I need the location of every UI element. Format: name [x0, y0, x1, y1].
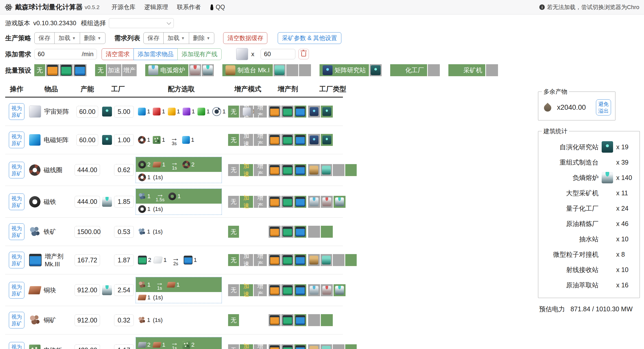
proliferator-preset-option-0[interactable]: 无: [34, 64, 45, 76]
avoid-overflow-button[interactable]: 避免 溢出: [596, 99, 611, 115]
mode-button-0[interactable]: 无: [228, 284, 239, 296]
proliferator-button-0[interactable]: [269, 164, 281, 176]
mode-button-2[interactable]: 增产: [254, 134, 267, 146]
remove-demand-button[interactable]: [298, 49, 309, 59]
factory-count-value[interactable]: 1.00: [114, 134, 134, 146]
mode-button-0[interactable]: 无: [228, 314, 239, 326]
factory-type-button-1[interactable]: [321, 284, 333, 296]
demand-delete-button[interactable]: 删除▼: [189, 32, 215, 44]
proliferator-button-0[interactable]: [269, 284, 281, 296]
smelter-preset-option-0[interactable]: 电弧熔炉: [145, 64, 188, 76]
proliferator-button-0[interactable]: [269, 314, 281, 326]
factory-type-button-0[interactable]: [308, 284, 320, 296]
factory-count-value[interactable]: 2.54: [114, 284, 134, 296]
factory-type-button-0[interactable]: [308, 226, 320, 238]
mode-button-2[interactable]: 增产: [254, 344, 267, 349]
miner-preset-option-1[interactable]: [486, 64, 498, 76]
proliferator-preset-option-3[interactable]: [74, 64, 87, 76]
factory-type-button-1[interactable]: [321, 196, 333, 208]
assembler-preset-option-1[interactable]: [274, 64, 286, 76]
recipe-option[interactable]: 1(1s): [136, 172, 222, 183]
mode-button-1[interactable]: 加速: [240, 344, 253, 349]
factory-type-button-0[interactable]: [308, 254, 320, 266]
mode-button-0[interactable]: 无: [228, 254, 239, 266]
output-rate-value[interactable]: 167.72: [75, 254, 100, 266]
mode-button-1[interactable]: 加速: [240, 164, 253, 176]
chemical-preset-option-1[interactable]: [428, 64, 440, 76]
mode-button-1[interactable]: 加速: [240, 254, 253, 266]
output-rate-value[interactable]: 60.00: [76, 134, 98, 146]
factory-type-button-2[interactable]: [333, 344, 344, 349]
mode-button-0[interactable]: 无: [228, 164, 239, 176]
factory-count-value[interactable]: 5.00: [114, 106, 134, 118]
assembler-preset-option-0[interactable]: 制造台 Mk.I: [222, 64, 273, 76]
proliferator-button-2[interactable]: [294, 314, 306, 326]
miner-preset-option-0[interactable]: 采矿机: [448, 64, 485, 76]
mode-button-2[interactable]: 增产: [254, 164, 267, 176]
output-rate-value[interactable]: 912.00: [75, 314, 100, 326]
mode-button-2[interactable]: 增产: [254, 196, 267, 208]
recipe-option[interactable]: 1→1.5s1: [136, 189, 222, 204]
add-existing-line-button[interactable]: 添加现有产线: [177, 48, 222, 60]
smelter-preset-option-2[interactable]: [202, 64, 214, 76]
mode-button-0[interactable]: 无: [228, 106, 239, 118]
mode-button-2[interactable]: 增产: [254, 284, 267, 296]
view-as-ore-button[interactable]: 视为原矿: [9, 282, 24, 299]
factory-type-button-3[interactable]: [345, 254, 357, 266]
mode-preset-option-2[interactable]: 增产: [122, 64, 137, 76]
factory-type-button-1[interactable]: [321, 314, 333, 326]
proliferator-preset-option-1[interactable]: [46, 64, 59, 76]
factory-count-value[interactable]: 0.62: [114, 164, 134, 176]
proliferator-button-1[interactable]: [281, 284, 293, 296]
factory-type-button-2[interactable]: [333, 164, 344, 176]
mining-settings-button[interactable]: 采矿参数 & 其他设置: [278, 32, 341, 44]
factory-type-button-1[interactable]: [321, 344, 332, 349]
nav-link-qq[interactable]: QQ: [210, 3, 225, 11]
factory-count-value[interactable]: 1.85: [114, 196, 134, 208]
mode-preset-option-1[interactable]: 加速: [107, 64, 121, 76]
view-as-ore-button[interactable]: 视为原矿: [9, 252, 24, 268]
factory-count-value[interactable]: 1.17: [114, 344, 134, 349]
lab-preset-option-0[interactable]: 矩阵研究站: [320, 64, 369, 76]
factory-type-button-0[interactable]: [308, 134, 320, 146]
demand-save-button[interactable]: 保存: [143, 32, 164, 44]
proliferator-button-0[interactable]: [269, 226, 281, 238]
output-rate-value[interactable]: 912.00: [75, 284, 100, 296]
proliferator-button-2[interactable]: [294, 196, 306, 208]
proliferator-button-0[interactable]: [269, 196, 281, 208]
output-rate-value[interactable]: 420.00: [75, 344, 100, 349]
demand-rate-input[interactable]: 60 /min: [34, 49, 97, 59]
mode-button-1[interactable]: 加速: [240, 196, 253, 208]
factory-type-button-1[interactable]: [321, 226, 333, 238]
mode-button-0[interactable]: 无: [228, 344, 239, 349]
factory-count-value[interactable]: 0.32: [114, 314, 134, 326]
proliferator-button-1[interactable]: [281, 196, 293, 208]
view-as-ore-button[interactable]: 视为原矿: [9, 193, 24, 210]
mode-button-2[interactable]: 增产: [254, 106, 267, 118]
view-as-ore-button[interactable]: 视为原矿: [9, 132, 24, 148]
view-as-ore-button[interactable]: 视为原矿: [9, 312, 24, 328]
mode-button-1[interactable]: 加速: [240, 134, 253, 146]
factory-type-button-0[interactable]: [308, 314, 320, 326]
view-as-ore-button[interactable]: 视为原矿: [9, 342, 24, 349]
factory-count-value[interactable]: 1.87: [114, 254, 134, 266]
proliferator-preset-option-2[interactable]: [60, 64, 73, 76]
mode-preset-option-0[interactable]: 无: [95, 64, 106, 76]
factory-type-button-3[interactable]: [345, 344, 357, 349]
nav-link-logic[interactable]: 逻辑原理: [144, 3, 168, 11]
proliferator-button-1[interactable]: [281, 314, 293, 326]
proliferator-button-2[interactable]: [294, 344, 306, 349]
nav-link-contact[interactable]: 联系作者: [177, 3, 201, 11]
proliferator-button-0[interactable]: [269, 134, 281, 146]
proliferator-button-0[interactable]: [269, 254, 281, 266]
strategy-save-button[interactable]: 保存: [34, 32, 55, 44]
view-as-ore-button[interactable]: 视为原矿: [9, 103, 24, 120]
mode-button-0[interactable]: 无: [228, 226, 239, 238]
factory-type-button-0[interactable]: [308, 106, 320, 118]
factory-count-value[interactable]: 0.53: [114, 226, 134, 238]
factory-type-button-1[interactable]: [321, 254, 332, 266]
proliferator-button-2[interactable]: [294, 164, 306, 176]
recipe-option[interactable]: 1→1s1: [136, 277, 222, 292]
recipe-option[interactable]: 1(1s): [136, 204, 222, 215]
mode-button-0[interactable]: 无: [228, 134, 239, 146]
